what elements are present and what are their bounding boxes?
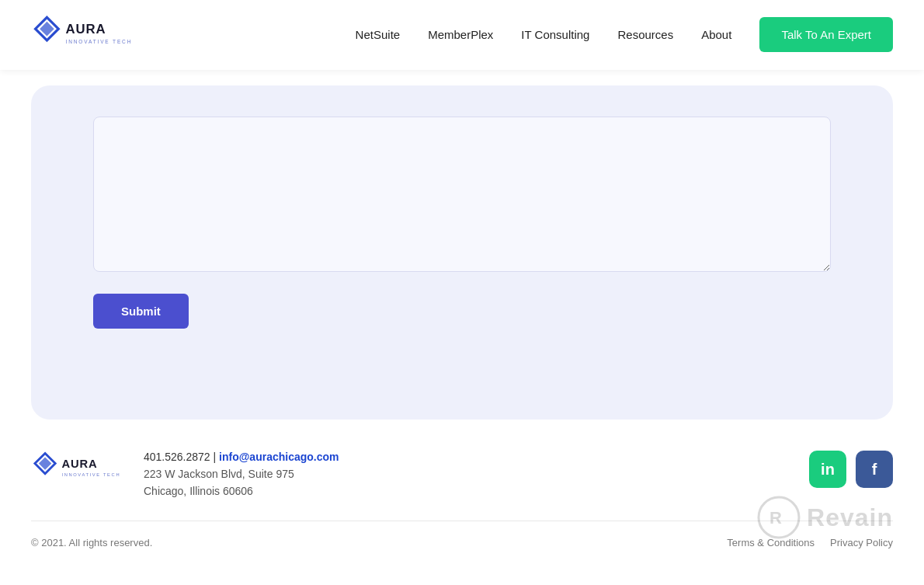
nav-item-memberplex[interactable]: MemberPlex <box>428 28 493 42</box>
svg-text:AURA: AURA <box>61 458 97 470</box>
nav-link-netsuite[interactable]: NetSuite <box>356 28 401 41</box>
navbar: AURA INNOVATIVE TECHNOLOGY NetSuite Memb… <box>0 0 924 70</box>
nav-item-netsuite[interactable]: NetSuite <box>356 28 401 42</box>
nav-item-it-consulting[interactable]: IT Consulting <box>521 28 589 42</box>
nav-cta-item[interactable]: Talk To An Expert <box>759 28 893 42</box>
footer-social: in f <box>809 451 893 488</box>
footer-separator: | <box>214 451 220 463</box>
footer-phone: 401.526.2872 <box>144 451 210 463</box>
navbar-links: NetSuite MemberPlex IT Consulting Resour… <box>356 28 893 42</box>
footer-bottom: © 2021. All rights reserved. Terms & Con… <box>31 521 893 548</box>
footer-aura-logo: AURA INNOVATIVE TECHNOLOGY <box>31 451 120 488</box>
submit-button[interactable]: Submit <box>93 294 189 329</box>
footer-contact: 401.526.2872 | info@aurachicago.com 223 … <box>144 451 339 497</box>
footer-address-line2: Chicago, Illinois 60606 <box>144 485 339 497</box>
nav-item-about[interactable]: About <box>701 28 731 42</box>
nav-link-about[interactable]: About <box>701 28 731 41</box>
footer-email[interactable]: info@aurachicago.com <box>219 451 339 463</box>
linkedin-button[interactable]: in <box>809 451 846 488</box>
svg-text:INNOVATIVE TECHNOLOGY: INNOVATIVE TECHNOLOGY <box>61 472 120 477</box>
message-textarea[interactable] <box>93 117 831 272</box>
footer-logo[interactable]: AURA INNOVATIVE TECHNOLOGY <box>31 451 120 491</box>
nav-cta-button[interactable]: Talk To An Expert <box>759 17 893 52</box>
facebook-button[interactable]: f <box>856 451 893 488</box>
footer: AURA INNOVATIVE TECHNOLOGY 401.526.2872 … <box>0 420 924 572</box>
footer-wrapper: AURA INNOVATIVE TECHNOLOGY 401.526.2872 … <box>0 420 924 572</box>
aura-logo-full: AURA INNOVATIVE TECHNOLOGY <box>31 14 132 57</box>
terms-link[interactable]: Terms & Conditions <box>727 537 815 548</box>
nav-link-it-consulting[interactable]: IT Consulting <box>521 28 589 41</box>
footer-left: AURA INNOVATIVE TECHNOLOGY 401.526.2872 … <box>31 451 339 497</box>
footer-phone-line: 401.526.2872 | info@aurachicago.com <box>144 451 339 463</box>
nav-link-memberplex[interactable]: MemberPlex <box>428 28 493 41</box>
footer-address-line1: 223 W Jackson Blvd, Suite 975 <box>144 468 339 480</box>
svg-text:AURA: AURA <box>66 21 106 36</box>
navbar-logo[interactable]: AURA INNOVATIVE TECHNOLOGY <box>31 14 132 57</box>
form-section: Submit <box>31 85 893 420</box>
footer-legal: Terms & Conditions Privacy Policy <box>727 537 893 548</box>
nav-link-resources[interactable]: Resources <box>617 28 673 41</box>
footer-top: AURA INNOVATIVE TECHNOLOGY 401.526.2872 … <box>31 451 893 497</box>
svg-text:INNOVATIVE TECHNOLOGY: INNOVATIVE TECHNOLOGY <box>66 38 132 44</box>
nav-item-resources[interactable]: Resources <box>617 28 673 42</box>
privacy-link[interactable]: Privacy Policy <box>830 537 893 548</box>
footer-copyright: © 2021. All rights reserved. <box>31 537 152 548</box>
